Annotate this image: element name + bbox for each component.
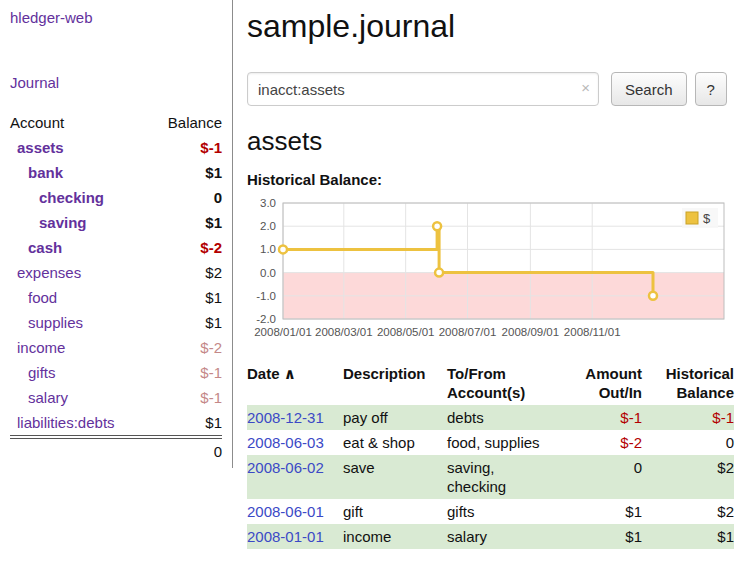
account-row: expenses $2 (10, 260, 222, 285)
account-row: liabilities:debts $1 (10, 410, 222, 437)
account-link-checking[interactable]: checking (39, 189, 104, 206)
column-header-date[interactable]: Date ∧ (247, 361, 343, 405)
transaction-amount: $1 (562, 524, 642, 549)
historical-balance-chart[interactable]: 3.02.01.00.0-1.0-2.02008/01/012008/03/01… (247, 195, 734, 347)
column-header-description: Description (343, 361, 447, 405)
account-link-saving[interactable]: saving (39, 214, 87, 231)
account-row: saving $1 (10, 210, 222, 235)
account-balance: $-1 (150, 135, 222, 160)
transaction-description: gift (343, 499, 447, 524)
svg-text:$: $ (703, 211, 711, 226)
register-row: 2008-06-03 eat & shop food, supplies $-2… (247, 430, 734, 455)
accounts-total: 0 (150, 437, 222, 464)
account-link-income[interactable]: income (17, 339, 65, 356)
transaction-date-link[interactable]: 2008-06-02 (247, 459, 324, 476)
account-balance: 0 (150, 185, 222, 210)
account-balance: $1 (150, 410, 222, 437)
account-link-bank[interactable]: bank (28, 164, 63, 181)
account-link-expenses[interactable]: expenses (17, 264, 81, 281)
svg-text:2008/11/01: 2008/11/01 (564, 326, 621, 338)
svg-text:2008/05/01: 2008/05/01 (377, 326, 435, 338)
transaction-balance: $1 (642, 524, 734, 549)
transaction-date-link[interactable]: 2008-06-01 (247, 503, 324, 520)
transaction-date-link[interactable]: 2008-06-03 (247, 434, 324, 451)
date-header-label: Date (247, 365, 280, 382)
brand: hledger-web (10, 8, 222, 28)
svg-text:3.0: 3.0 (260, 197, 276, 209)
main-content: sample.journal × Search ? assets Histori… (233, 0, 742, 559)
svg-text:-1.0: -1.0 (256, 290, 276, 302)
search-input-wrap: × (247, 72, 599, 106)
transaction-amount: $1 (562, 499, 642, 524)
chart-title: Historical Balance: (247, 171, 736, 188)
svg-text:0.0: 0.0 (260, 267, 276, 279)
register-row: 2008-01-01 income salary $1 $1 (247, 524, 734, 549)
transaction-description: eat & shop (343, 430, 447, 455)
transaction-balance: $2 (642, 455, 734, 499)
transaction-balance: $2 (642, 499, 734, 524)
accounts-total-row: 0 (10, 437, 222, 464)
transaction-accounts: gifts (447, 499, 562, 524)
page-title: sample.journal (247, 8, 736, 45)
sort-ascending-icon[interactable]: ∧ (284, 365, 296, 382)
account-link-food[interactable]: food (28, 289, 57, 306)
account-link-supplies[interactable]: supplies (28, 314, 83, 331)
account-heading: assets (247, 126, 736, 157)
app-title-link[interactable]: hledger-web (10, 9, 93, 26)
account-row: assets $-1 (10, 135, 222, 160)
sidebar-item-journal[interactable]: Journal (10, 74, 59, 91)
svg-text:2008/09/01: 2008/09/01 (502, 326, 560, 338)
transaction-description: save (343, 455, 447, 499)
clear-search-icon[interactable]: × (581, 79, 590, 97)
account-row: cash $-2 (10, 235, 222, 260)
transaction-accounts: salary (447, 524, 562, 549)
accounts-header-row: Account Balance (10, 110, 222, 135)
account-row: supplies $1 (10, 310, 222, 335)
app-root: hledger-web Journal Account Balance asse… (0, 0, 742, 559)
account-link-cash[interactable]: cash (28, 239, 62, 256)
transaction-description: income (343, 524, 447, 549)
accounts-header-balance: Balance (150, 110, 222, 135)
transaction-amount: 0 (562, 455, 642, 499)
account-row: salary $-1 (10, 385, 222, 410)
account-balance: $-2 (150, 335, 222, 360)
account-balance: $1 (150, 160, 222, 185)
transaction-date-link[interactable]: 2008-12-31 (247, 409, 324, 426)
account-row: bank $1 (10, 160, 222, 185)
svg-text:2008/01/01: 2008/01/01 (254, 326, 312, 338)
register-row: 2008-06-02 save saving, checking 0 $2 (247, 455, 734, 499)
account-row: checking 0 (10, 185, 222, 210)
account-row: food $1 (10, 285, 222, 310)
account-balance: $-1 (150, 360, 222, 385)
help-button[interactable]: ? (695, 72, 727, 106)
transaction-amount: $-1 (562, 405, 642, 430)
account-link-gifts[interactable]: gifts (28, 364, 56, 381)
svg-text:2.0: 2.0 (260, 220, 276, 232)
search-bar: × Search ? (247, 72, 736, 106)
search-input[interactable] (247, 72, 599, 106)
sidebar: hledger-web Journal Account Balance asse… (0, 0, 233, 468)
svg-text:1.0: 1.0 (260, 243, 276, 255)
svg-text:2008/03/01: 2008/03/01 (315, 326, 373, 338)
transaction-date-link[interactable]: 2008-01-01 (247, 528, 324, 545)
search-button[interactable]: Search (611, 72, 687, 106)
column-header-amount: Amount Out/In (562, 361, 642, 405)
account-link-salary[interactable]: salary (28, 389, 68, 406)
register-table: Date ∧ Description To/From Account(s) Am… (247, 361, 734, 549)
transaction-balance: $-1 (642, 405, 734, 430)
account-row: gifts $-1 (10, 360, 222, 385)
svg-text:2008/07/01: 2008/07/01 (439, 326, 497, 338)
svg-text:-2.0: -2.0 (256, 313, 276, 325)
account-balance: $1 (150, 285, 222, 310)
column-header-accounts: To/From Account(s) (447, 361, 562, 405)
accounts-header-account: Account (10, 110, 150, 135)
accounts-table: Account Balance assets $-1 bank $1 check… (10, 110, 222, 464)
account-balance: $1 (150, 310, 222, 335)
account-link-liabilities-debts[interactable]: liabilities:debts (17, 414, 115, 431)
account-balance: $-1 (150, 385, 222, 410)
account-row: income $-2 (10, 335, 222, 360)
account-link-assets[interactable]: assets (17, 139, 64, 156)
account-balance: $2 (150, 260, 222, 285)
transaction-amount: $-2 (562, 430, 642, 455)
account-balance: $-2 (150, 235, 222, 260)
